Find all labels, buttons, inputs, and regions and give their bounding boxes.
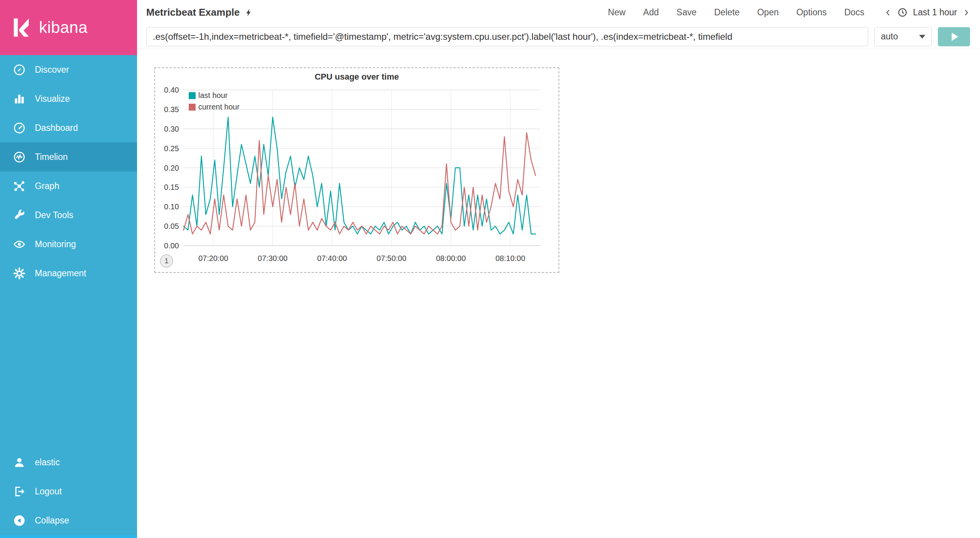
time-picker-group: Last 1 hour [884,7,970,18]
legend-swatch-1 [189,104,196,111]
legend-item-current-hour: current hour [189,103,240,111]
x-tick-label: 08:00:00 [436,254,466,262]
time-picker-label[interactable]: Last 1 hour [913,7,957,18]
sidebar-item-label: Graph [35,181,59,191]
interval-select[interactable]: auto [874,27,932,46]
sidebar-item-dev-tools[interactable]: Dev Tools [0,201,137,230]
menu-item-save[interactable]: Save [676,7,696,18]
sidebar-item-label: Timelion [35,152,68,162]
sidebar-item-dashboard[interactable]: Dashboard [0,113,137,142]
y-tick-label: 0.35 [164,105,179,114]
chevron-right-icon[interactable] [962,8,970,18]
y-tick-label: 0.05 [164,222,179,230]
sidebar-item-management[interactable]: Management [0,259,137,288]
legend-label: last hour [198,91,228,100]
page-title: Metricbeat Example [146,7,240,18]
x-tick-label: 07:50:00 [377,254,407,262]
y-tick-label: 0.10 [164,202,179,211]
compass-icon [13,64,26,76]
gauge-icon [13,122,26,134]
legend-label: current hour [198,103,240,111]
sidebar-item-discover[interactable]: Discover [0,55,137,84]
y-tick-label: 0.25 [164,144,179,153]
sidebar-item-timelion[interactable]: Timelion [0,142,137,171]
bar-chart-icon [13,93,26,105]
y-tick-label: 0.20 [164,164,179,172]
sidebar-item-label: Dashboard [35,123,78,133]
legend-item-last-hour: last hour [189,91,240,100]
sidebar-item-label: elastic [35,457,60,468]
series-last-hour [184,117,536,234]
sidebar-nav: Discover Visualize Dashboard Timelion [0,55,137,288]
y-tick-label: 0.30 [164,125,179,133]
menu-item-docs[interactable]: Docs [844,7,864,18]
clock-icon [897,7,908,18]
legend-swatch-0 [189,92,196,99]
title-group: Metricbeat Example [146,7,253,18]
sidebar-item-monitoring[interactable]: Monitoring [0,230,137,259]
main-area: Metricbeat Example New Add Save Delete O… [137,0,980,538]
collapse-icon [13,514,26,527]
topbar-menu: New Add Save Delete Open Options Docs La… [608,7,970,18]
sidebar: kibana Discover Visualize Dashboard [0,0,137,538]
interval-value: auto [881,31,898,42]
timelion-chart-panel[interactable]: CPU usage over time last hour current ho… [154,67,559,273]
sidebar-item-logout[interactable]: Logout [0,477,137,506]
sidebar-item-collapse[interactable]: Collapse [0,506,137,535]
kibana-logo-icon [10,16,33,39]
logout-icon [13,485,26,498]
chart-legend: last hour current hour [189,91,240,111]
chevron-down-icon [919,35,925,39]
logo-text: kibana [39,18,88,37]
chart-title: CPU usage over time [155,72,559,82]
sidebar-item-label: Monitoring [35,239,76,249]
kibana-logo[interactable]: kibana [0,0,137,55]
y-tick-label: 0.15 [164,183,179,191]
sidebar-item-visualize[interactable]: Visualize [0,84,137,113]
sidebar-item-label: Discover [35,65,69,75]
x-tick-label: 07:20:00 [198,254,228,262]
kibana-app: kibana Discover Visualize Dashboard [0,0,980,538]
menu-item-new[interactable]: New [608,7,626,18]
menu-item-add[interactable]: Add [643,7,659,18]
sidebar-item-label: Management [35,268,86,279]
timelion-bolt-icon [244,7,253,18]
x-tick-label: 07:30:00 [258,254,287,262]
wrench-icon [13,209,26,222]
run-expression-button[interactable] [938,27,970,46]
menu-item-options[interactable]: Options [796,7,826,18]
topbar: Metricbeat Example New Add Save Delete O… [137,0,980,25]
timelion-query-bar: auto [137,25,980,49]
sidebar-item-label: Dev Tools [35,210,74,220]
chevron-left-icon[interactable] [884,8,892,18]
menu-item-open[interactable]: Open [757,7,779,18]
sidebar-bottom-strip [0,535,137,538]
graph-network-icon [13,180,26,192]
gear-icon [13,267,26,280]
y-tick-label: 0.00 [164,241,179,250]
sidebar-item-label: Visualize [35,94,70,104]
content-area: CPU usage over time last hour current ho… [137,49,980,538]
timelion-icon [13,151,26,163]
sidebar-footer: elastic Logout Collapse [0,448,137,538]
timelion-expression-input[interactable] [146,27,868,46]
sheet-index-badge: 1 [160,254,173,267]
y-tick-label: 0.40 [164,86,179,94]
x-tick-label: 07:40:00 [317,254,347,262]
sidebar-item-label: Logout [35,486,62,497]
sidebar-item-graph[interactable]: Graph [0,171,137,201]
play-icon [952,33,958,41]
user-icon [13,456,26,469]
eye-icon [13,238,26,251]
sidebar-item-user-elastic[interactable]: elastic [0,448,137,477]
x-tick-label: 08:10:00 [495,254,525,262]
sidebar-item-label: Collapse [35,515,69,526]
menu-item-delete[interactable]: Delete [714,7,739,18]
